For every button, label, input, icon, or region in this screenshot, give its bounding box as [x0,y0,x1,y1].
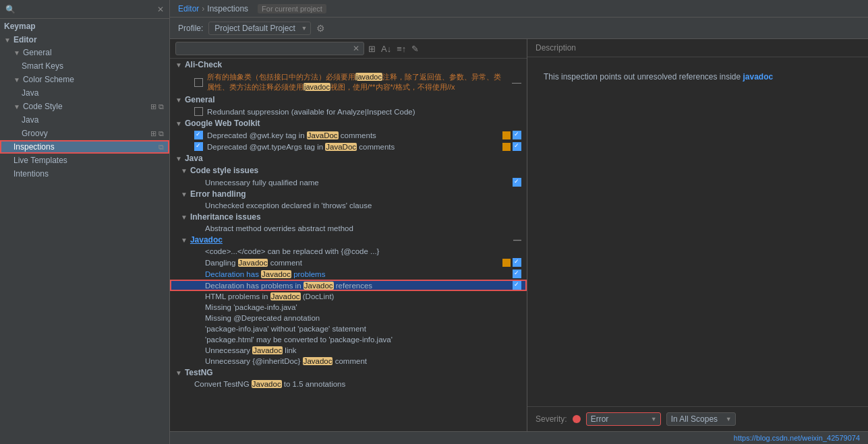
tree-item-gwt-1[interactable]: Deprecated @gwt.key tag in JavaDoc comme… [170,129,527,141]
sidebar-item-color-scheme[interactable]: ▼ Color Scheme [0,73,169,86]
breadcrumb-editor: Editor [178,4,199,13]
severity-color-gwt-1 [502,131,511,139]
tree-subheader-label: Inheritance issues [190,212,261,222]
sidebar-item-label: Java [22,115,38,125]
severity-select[interactable]: Error Warning Weak Warning Info [586,412,661,426]
tree-header-gwt[interactable]: ▼ Google Web Toolkit [170,117,527,129]
tree-item-testng-1[interactable]: Convert TestNG Javadoc to 1.5 annotation… [170,379,527,389]
sidebar-item-groovy[interactable]: Groovy ⊞ ⧉ [0,127,169,140]
tree-item-javadoc-8[interactable]: 'package-info.java' without 'package' st… [170,323,527,334]
sidebar-item-live-templates[interactable]: Live Templates [0,154,169,167]
arrow-icon: ▼ [175,120,182,127]
checkbox-javadoc-3[interactable] [513,269,521,278]
tree-item-text: 'package.html' may be converted to 'pack… [205,336,393,344]
tree-item-javadoc-9[interactable]: 'package.html' may be converted to 'pack… [170,334,527,345]
sort-group-icon[interactable]: ≡↑ [395,42,407,55]
sidebar-item-label: Color Scheme [23,75,74,84]
tree-subheader-error-handling[interactable]: ▼ Error handling [170,188,527,200]
tree-item-javadoc-6[interactable]: Missing 'package-info.java' [170,302,527,313]
tree-item-code-style-1[interactable]: Unnecessary fully qualified name [170,177,527,188]
profile-select[interactable]: Project Default Project [208,22,311,35]
severity-row: Severity: Error Warning Weak Warning Inf… [527,406,868,431]
tree-item-checkbox[interactable] [194,107,203,116]
arrow-icon: ▼ [4,36,11,44]
edit-icon[interactable]: ✎ [410,42,420,55]
arrow-icon: ▼ [175,155,182,162]
description-content: This inspection points out unresolved re… [527,57,868,406]
tree-item-javadoc-1[interactable]: <code>...</code> can be replaced with {@… [170,246,527,257]
scope-select[interactable]: In All Scopes In Tests Everywhere [666,412,736,426]
tree-subheader-javadoc[interactable]: ▼ Javadoc — [170,234,527,246]
breadcrumb: Editor › Inspections [178,4,248,13]
tree-item-checkbox[interactable] [194,142,203,151]
sidebar-item-inspections[interactable]: Inspections ⧉ [0,140,169,154]
search-clear-icon[interactable]: ✕ [353,44,359,53]
inspection-search-input[interactable]: javadoc [180,44,353,53]
close-icon[interactable]: ✕ [157,5,164,14]
search-box: javadoc ✕ [175,42,364,55]
settings-icon-groovy[interactable]: ⊞ [150,129,156,138]
tree-item-text: 'package-info.java' without 'package' st… [205,325,366,333]
tree-item-inheritance-1[interactable]: Abstract method overrides abstract metho… [170,223,527,234]
tree-item-javadoc-3[interactable]: Declaration has Javadoc problems [170,268,527,280]
copy-icon-groovy[interactable]: ⧉ [158,129,164,138]
tree-header-ali-check[interactable]: ▼ Ali-Check [170,59,527,71]
sidebar-item-intentions[interactable]: Intentions [0,167,169,181]
checkbox-gwt-2[interactable] [513,142,521,151]
right-panel: Editor › Inspections For current project… [170,0,868,444]
tree-item-general-1[interactable]: Redundant suppression (available for Ana… [170,106,527,117]
tree-subheader-label: Javadoc [190,235,223,245]
sidebar-item-code-style[interactable]: ▼ Code Style ⊞ ⧉ [0,100,169,113]
bottom-url-text: https://blog.csdn.net/weixin_42579074 [734,434,860,442]
tree-item-javadoc-2[interactable]: Dangling Javadoc comment [170,257,527,268]
tree-subheader-label: Error handling [190,189,246,199]
tree-item-text: Abstract method overrides abstract metho… [205,224,353,232]
list-toolbar: javadoc ✕ ⊞ A↓ ≡↑ ✎ [170,39,527,59]
checkbox-javadoc-2[interactable] [513,258,521,267]
tree-subheader-code-style[interactable]: ▼ Code style issues [170,164,527,177]
arrow-icon: ▼ [175,369,182,377]
checkbox-gwt-1[interactable] [513,131,521,139]
sidebar-item-keymap[interactable]: Keymap [0,19,169,32]
sidebar-item-editor[interactable]: ▼ Editor [0,32,169,46]
tree-header-label: TestNG [185,368,213,377]
tree-item-javadoc-4[interactable]: Declaration has problems in Javadoc refe… [170,280,527,291]
description-body-text: This inspection points out unresolved re… [544,72,743,82]
profile-select-wrapper: Project Default Project [208,22,311,35]
checkbox-code-style-1[interactable] [513,178,521,187]
settings-icon[interactable]: ⊞ [150,102,156,111]
sidebar-item-java-color[interactable]: Java [0,86,169,100]
tree-item-text: Dangling Javadoc comment [205,259,302,267]
copy-icon-inspections[interactable]: ⧉ [158,143,164,152]
gear-icon[interactable]: ⚙ [316,23,325,34]
tree-subheader-inheritance[interactable]: ▼ Inheritance issues [170,211,527,223]
tree-header-general[interactable]: ▼ General [170,94,527,106]
tree-header-java[interactable]: ▼ Java [170,152,527,164]
scope-select-wrapper: In All Scopes In Tests Everywhere [666,412,736,426]
sidebar-item-general[interactable]: ▼ General [0,46,169,59]
sidebar: 🔍 javadoc ✕ Keymap ▼ Editor ▼ General Sm… [0,0,170,444]
checkbox-javadoc-4[interactable] [513,281,521,290]
sidebar-item-java-style[interactable]: Java [0,113,169,127]
tree-header-label: Google Web Toolkit [185,119,260,128]
sidebar-item-smart-keys[interactable]: Smart Keys [0,59,169,73]
sidebar-search-input[interactable]: javadoc [20,5,153,14]
tree-item-javadoc-11[interactable]: Unnecessary {@inheritDoc} Javadoc commen… [170,356,527,367]
tree-item-gwt-2[interactable]: Deprecated @gwt.typeArgs tag in JavaDoc … [170,141,527,152]
tree-header-testng[interactable]: ▼ TestNG [170,367,527,379]
arrow-icon: ▼ [13,103,20,110]
tree-item-javadoc-7[interactable]: Missing @Deprecated annotation [170,313,527,323]
copy-icon[interactable]: ⧉ [158,102,164,111]
tree-item-error-1[interactable]: Unchecked exception declared in 'throws'… [170,200,527,211]
tree-subheader-label: Code style issues [190,166,258,175]
tree-item-javadoc-10[interactable]: Unnecessary Javadoc link [170,345,527,356]
tree-item-checkbox[interactable] [194,78,203,87]
header-breadcrumb: Editor › Inspections For current project [170,0,868,18]
sidebar-item-label: Java [22,88,38,98]
sort-alpha-icon[interactable]: A↓ [380,42,393,55]
filter-icon[interactable]: ⊞ [367,42,377,55]
tree-item-checkbox[interactable] [194,131,203,139]
tree-item-text: Missing 'package-info.java' [205,303,297,311]
tree-item-javadoc-5[interactable]: HTML problems in Javadoc (DocLint) [170,291,527,302]
tree-item-ali-check-1[interactable]: 所有的抽象类（包括接口中的方法）必须要用javadoc注释，除了返回值、参数、异… [170,71,527,94]
